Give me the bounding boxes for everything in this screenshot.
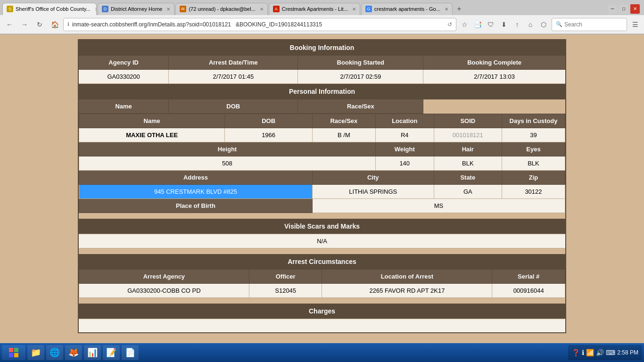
tab-close-email[interactable]: ✕ [260,7,264,12]
svg-rect-2 [9,353,13,357]
nav-bar: ← → ↻ 🏠 ℹ ↺ ☆ 📑 🛡 ⬇ ↑ ⌂ ⬡ 🔍 ☰ [0,15,644,34]
personal-dob-value: 1966 [225,128,313,142]
search-input[interactable] [564,21,623,28]
col-weight-header: Weight [375,142,434,156]
col-height-header: Height [79,142,376,156]
maximize-button[interactable]: □ [619,4,628,14]
scars-value: N/A [78,234,566,248]
taskbar-firefox-icon[interactable]: 🦊 [65,345,82,360]
tab-crestmark[interactable]: A Crestmark Apartments - Lit... ✕ [269,3,360,15]
taskbar-excel-icon[interactable]: 📊 [84,345,101,360]
personal-height-value: 508 [79,156,376,171]
firefox-sync-icon[interactable]: ↑ [511,18,523,31]
address-bar-container[interactable]: ℹ ↺ [63,18,456,31]
personal-race-value: B /M [312,128,375,142]
tab-email[interactable]: ✉ (72 unread) - dpkaciw@bel... ✕ [175,3,267,15]
col-zip-header: Zip [502,171,565,185]
booking-arrest-date-header: Arrest Date/Time [169,56,298,70]
tab-sheriff[interactable]: S Sheriff's Office of Cobb County... ✕ [2,3,97,15]
new-tab-button[interactable]: + [454,3,465,15]
tab-close-sheriff[interactable]: ✕ [95,7,97,12]
personal-name-value: MAXIE OTHA LEE [79,128,225,142]
personal-name-header: Name [78,99,169,114]
personal-weight-value: 140 [375,156,434,171]
download-icon[interactable]: ⬇ [498,18,510,31]
home-nav-icon[interactable]: ⌂ [524,18,537,31]
search-icon: 🔍 [556,21,562,27]
col-address-header: Address [79,171,313,185]
taskbar-acrobat-icon[interactable]: 📄 [122,345,139,360]
col-dob-header: DOB [225,114,313,128]
tab-close-google[interactable]: ✕ [445,7,448,12]
tab-label-da: District Attorney Home [111,6,162,12]
booking-section-header: Booking Information [78,40,566,56]
charges-section-header: Charges [78,304,566,319]
tab-da[interactable]: D District Attorney Home ✕ [98,3,174,15]
start-button[interactable] [2,345,25,360]
col-pob-header: Place of Birth [79,199,313,213]
personal-state-value: GA [434,185,502,199]
minimize-button[interactable]: ─ [608,4,617,14]
back-button[interactable]: ← [3,18,16,31]
charges-content [78,319,566,333]
arrest-serial-value: 000916044 [492,283,565,297]
taskbar: 📁 🌐 🦊 📊 📝 📄 ❓ ℹ 📶 🔊 ⌨ 2:58 PM [0,343,644,362]
personal-hair-value: BLK [434,156,502,171]
col-serial-header: Serial # [492,269,565,283]
bookmark-star-icon[interactable]: ☆ [458,18,471,31]
personal-zip-value: 30122 [502,185,565,199]
taskbar-ie-icon[interactable]: 🌐 [46,345,63,360]
personal-location-value: R4 [375,128,434,142]
system-tray: ❓ ℹ 📶 🔊 ⌨ 2:58 PM [568,345,642,360]
col-race-header: Race/Sex [312,114,375,128]
taskbar-time: 2:58 PM [617,349,638,356]
col-arrest-agency-header: Arrest Agency [79,269,249,283]
arrest-location-value: 2265 FAVOR RD APT 2K17 [322,283,492,297]
bookmark-save-icon[interactable]: ⬡ [537,18,550,31]
svg-rect-0 [9,348,13,352]
taskbar-word-icon[interactable]: 📝 [103,345,120,360]
bookmark-list-icon[interactable]: 📑 [471,18,484,31]
personal-eyes-value: BLK [502,156,565,171]
home-button[interactable]: 🏠 [48,18,61,31]
col-soid-header: SOID [434,114,502,128]
tab-favicon-email: ✉ [180,6,186,12]
refresh-button[interactable]: ↻ [33,18,46,31]
personal-address-value: 945 CRESTMARK BLVD #825 [79,185,313,199]
booking-arrest-date-value: 2/7/2017 01:45 [169,70,298,84]
booking-started-value: 2/7/2017 02:59 [298,70,423,84]
tab-bar: S Sheriff's Office of Cobb County... ✕ D… [0,0,644,15]
menu-button[interactable]: ☰ [629,18,641,31]
tray-help-icon: ❓ [572,349,580,356]
tab-label-google: crestmark apartments - Go... [374,6,440,12]
personal-pob-value: MS [312,199,565,213]
tab-close-da[interactable]: ✕ [166,7,170,12]
booking-complete-header: Booking Complete [423,56,566,70]
tray-keyboard-icon: ⌨ [606,349,615,356]
col-location-header: Location [375,114,434,128]
col-eyes-header: Eyes [502,142,565,156]
taskbar-files-icon[interactable]: 📁 [27,345,44,360]
svg-rect-1 [14,348,18,352]
booking-complete-value: 2/7/2017 13:03 [423,70,566,84]
close-button[interactable]: ✕ [630,4,640,14]
address-bar[interactable] [72,21,445,28]
booking-agency-id-value: GA0330200 [78,70,169,84]
tab-google[interactable]: G crestmark apartments - Go... ✕ [361,3,453,15]
col-state-header: State [434,171,502,185]
reload-icon[interactable]: ↺ [447,21,452,28]
booking-agency-id-header: Agency ID [78,56,169,70]
personal-section-header: Personal Information [78,84,566,99]
personal-soid-value: 001018121 [434,128,502,142]
lock-icon: ℹ [67,21,69,27]
arrest-section-header: Arrest Circumstances [78,254,566,269]
shield-icon[interactable]: 🛡 [485,18,497,31]
arrest-agency-value: GA0330200-COBB CO PD [79,283,249,297]
tab-label-sheriff: Sheriff's Office of Cobb County... [16,6,91,12]
forward-button[interactable]: → [18,18,31,31]
tab-favicon-da: D [102,6,108,12]
personal-race-header: Race/Sex [298,99,423,114]
tab-close-crestmark[interactable]: ✕ [352,7,356,12]
search-box[interactable]: 🔍 [552,18,627,31]
col-officer-header: Officer [249,269,322,283]
